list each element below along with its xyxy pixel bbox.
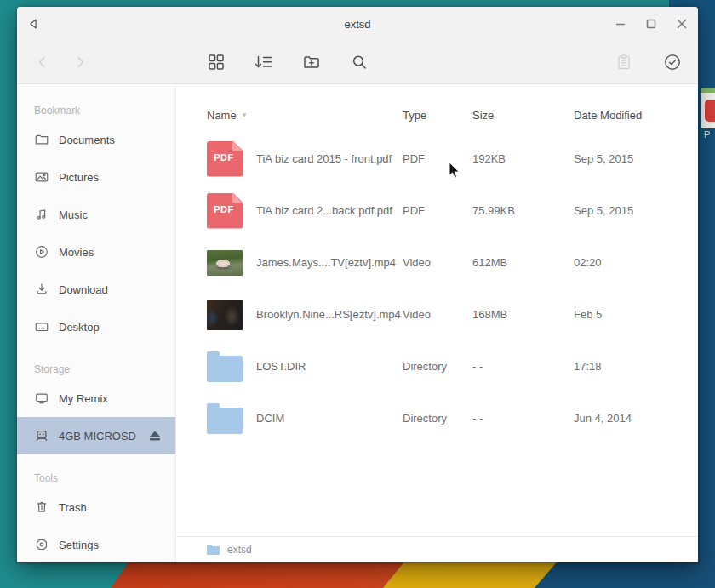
pdf-file-icon: PDF (207, 141, 243, 177)
file-date: Sep 5, 2015 (574, 152, 698, 165)
sidebar-item-my-remix[interactable]: My Remix (17, 380, 175, 417)
file-list-panel: Name ▾ Type Size Date Modified PDF TiA b… (176, 85, 698, 562)
current-folder-icon (207, 545, 220, 555)
file-date: Sep 5, 2015 (574, 204, 698, 217)
music-note-icon (34, 207, 49, 222)
column-header-size[interactable]: Size (472, 109, 574, 122)
back-nav-button[interactable] (32, 52, 53, 72)
section-label-bookmark: Bookmark (17, 100, 175, 121)
sidebar: Bookmark Documents Pictures Music (17, 85, 176, 562)
select-mode-icon[interactable] (662, 52, 683, 72)
current-location-label: extsd (227, 544, 252, 556)
desktop-shortcut-icon[interactable] (701, 88, 715, 128)
grid-view-icon[interactable] (206, 52, 226, 72)
file-manager-window: extsd (17, 7, 698, 562)
table-row[interactable]: PDF TiA biz card 2...back.pdf.pdf PDF 75… (176, 185, 698, 237)
settings-icon (34, 537, 49, 552)
file-size: 168MB (472, 308, 574, 321)
sdcard-icon (34, 428, 49, 443)
file-type: Directory (403, 360, 472, 373)
close-button[interactable] (672, 14, 691, 33)
titlebar-back-icon[interactable] (26, 16, 41, 31)
file-size: - - (472, 360, 574, 373)
file-date: 17:18 (574, 360, 698, 373)
sidebar-item-4gb-microsd[interactable]: 4GB MICROSD (17, 417, 175, 454)
list-view-icon[interactable] (254, 52, 274, 72)
statusbar: extsd (176, 536, 698, 562)
sidebar-item-download[interactable]: Download (17, 271, 175, 308)
video-thumbnail-icon (207, 297, 243, 333)
desktop-shortcut-label: P (704, 129, 710, 140)
file-date: Jun 4, 2014 (574, 412, 698, 425)
desktop-icon (34, 319, 49, 334)
sidebar-item-label: Download (59, 283, 108, 296)
video-thumbnail-icon (207, 245, 243, 281)
sidebar-item-label: Documents (59, 134, 115, 146)
section-label-tools: Tools (17, 468, 175, 488)
toolbar (17, 41, 698, 84)
file-type: PDF (403, 204, 472, 217)
table-row[interactable]: Brooklyn.Nine...RS[eztv].mp4 Video 168MB… (176, 288, 698, 340)
sidebar-item-movies[interactable]: Movies (17, 233, 175, 271)
file-size: 612MB (472, 256, 574, 269)
play-circle-icon (34, 244, 49, 260)
sidebar-item-label: Music (59, 208, 88, 221)
table-row[interactable]: LOST.DIR Directory - - 17:18 (176, 340, 698, 392)
sidebar-item-label: Settings (59, 539, 99, 551)
sort-caret-down-icon: ▾ (243, 111, 247, 119)
download-icon (34, 282, 49, 297)
sidebar-item-documents[interactable]: Documents (17, 121, 175, 158)
folder-icon (207, 401, 243, 437)
folder-icon (34, 132, 49, 147)
file-size: - - (472, 412, 574, 425)
file-name: James.Mays....TV[eztv].mp4 (256, 256, 403, 269)
file-type: Video (403, 256, 472, 269)
maximize-button[interactable] (642, 14, 661, 33)
sidebar-item-settings[interactable]: Settings (17, 526, 175, 562)
new-folder-icon[interactable] (301, 52, 322, 72)
folder-icon (207, 349, 243, 385)
sidebar-item-trash[interactable]: Trash (17, 488, 175, 526)
section-label-storage: Storage (17, 359, 175, 380)
file-size: 75.99KB (472, 204, 574, 217)
file-type: Video (403, 308, 472, 321)
sidebar-item-music[interactable]: Music (17, 196, 175, 233)
file-name: TiA biz card 2015 - front.pdf (256, 152, 403, 165)
eject-icon[interactable] (148, 429, 162, 442)
sidebar-item-label: Trash (59, 501, 87, 514)
table-row[interactable]: DCIM Directory - - Jun 4, 2014 (176, 392, 698, 444)
column-header-name[interactable]: Name ▾ (207, 109, 403, 122)
file-size: 192KB (472, 152, 574, 165)
forward-nav-button[interactable] (70, 52, 90, 72)
column-header-type[interactable]: Type (403, 109, 472, 122)
file-name: LOST.DIR (256, 360, 403, 373)
file-name: TiA biz card 2...back.pdf.pdf (256, 204, 403, 217)
sidebar-item-label: Desktop (59, 321, 100, 334)
table-row[interactable]: PDF TiA biz card 2015 - front.pdf PDF 19… (176, 133, 698, 185)
file-name: DCIM (256, 412, 403, 425)
table-row[interactable]: James.Mays....TV[eztv].mp4 Video 612MB 0… (176, 237, 698, 288)
file-type: Directory (403, 412, 472, 425)
sidebar-item-desktop[interactable]: Desktop (17, 308, 175, 345)
sidebar-item-label: 4GB MICROSD (59, 430, 136, 442)
image-icon (34, 169, 49, 185)
file-date: Feb 5 (574, 308, 698, 321)
minimize-button[interactable] (611, 14, 630, 33)
table-header: Name ▾ Type Size Date Modified (176, 85, 698, 133)
search-icon[interactable] (349, 52, 369, 72)
file-date: 02:20 (574, 256, 698, 269)
trash-icon (34, 500, 49, 515)
window-title: extsd (17, 18, 698, 31)
pdf-file-icon: PDF (207, 193, 243, 229)
file-name: Brooklyn.Nine...RS[eztv].mp4 (256, 308, 403, 321)
titlebar[interactable]: extsd (17, 7, 698, 41)
sidebar-item-label: My Remix (59, 392, 108, 405)
sidebar-item-pictures[interactable]: Pictures (17, 158, 175, 196)
sidebar-item-label: Movies (59, 246, 94, 259)
mouse-cursor (449, 162, 462, 180)
column-header-date[interactable]: Date Modified (574, 109, 698, 122)
sidebar-item-label: Pictures (59, 171, 99, 184)
monitor-icon (34, 391, 49, 406)
clipboard-icon[interactable] (614, 52, 634, 72)
